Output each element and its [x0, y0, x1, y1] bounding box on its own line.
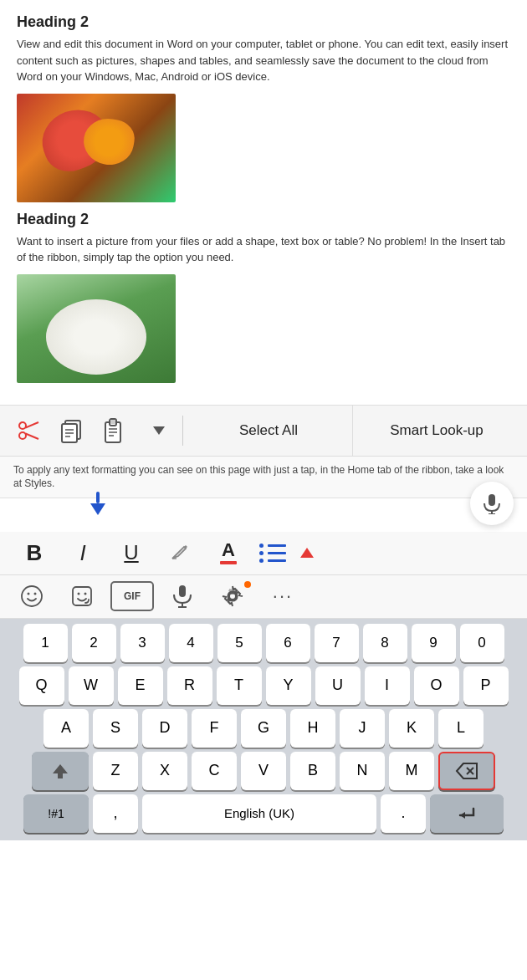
qwerty-row: Q W E R T Y U I O P	[3, 666, 524, 705]
key-e[interactable]: E	[118, 666, 163, 705]
svg-rect-17	[489, 494, 495, 506]
chevron-up-icon	[300, 548, 314, 558]
cut-button[interactable]	[7, 409, 50, 452]
key-b[interactable]: B	[290, 752, 335, 790]
collapse-button[interactable]	[294, 534, 320, 571]
key-x[interactable]: X	[142, 752, 187, 790]
key-0[interactable]: 0	[460, 624, 504, 662]
zxcv-row: Z X C V B N M	[3, 752, 524, 790]
key-y[interactable]: Y	[266, 666, 311, 705]
underline-icon: U	[124, 541, 138, 564]
key-c[interactable]: C	[192, 752, 237, 790]
key-f[interactable]: F	[192, 709, 237, 748]
key-space[interactable]: English (UK)	[142, 794, 376, 833]
document-area: Heading 2 View and edit this document in…	[0, 0, 527, 405]
key-8[interactable]: 8	[363, 624, 407, 662]
key-7[interactable]: 7	[315, 624, 359, 662]
svg-rect-24	[73, 587, 91, 605]
svg-rect-15	[96, 492, 100, 503]
key-5[interactable]: 5	[217, 624, 262, 662]
key-s[interactable]: S	[93, 709, 138, 748]
svg-point-25	[78, 593, 80, 595]
key-return[interactable]	[430, 794, 504, 833]
emoji-button[interactable]	[10, 578, 54, 615]
list-line-3	[259, 559, 286, 563]
key-z[interactable]: Z	[93, 752, 138, 790]
doc-para-2: Want to insert a picture from your files…	[17, 233, 510, 266]
scissors-icon	[17, 419, 40, 442]
key-9[interactable]: 9	[412, 624, 456, 662]
key-d[interactable]: D	[142, 709, 187, 748]
key-4[interactable]: 4	[169, 624, 213, 662]
key-p[interactable]: P	[463, 666, 509, 705]
voice-icon	[171, 584, 193, 608]
svg-line-3	[26, 433, 39, 439]
key-u[interactable]: U	[315, 666, 361, 705]
bold-button[interactable]: B	[10, 534, 59, 571]
drop-cursor	[90, 492, 105, 520]
key-r[interactable]: R	[167, 666, 212, 705]
bold-icon: B	[27, 540, 43, 566]
svg-marker-32	[53, 764, 68, 778]
microphone-icon	[481, 493, 503, 514]
microphone-button[interactable]	[470, 482, 514, 525]
list-line-2	[259, 551, 286, 555]
svg-rect-11	[110, 420, 115, 424]
key-j[interactable]: J	[340, 709, 385, 748]
list-button[interactable]	[253, 534, 294, 571]
doc-heading-1: Heading 2	[17, 13, 510, 31]
key-6[interactable]: 6	[266, 624, 310, 662]
key-m[interactable]: M	[389, 752, 434, 790]
svg-rect-27	[179, 585, 186, 597]
key-k[interactable]: K	[389, 709, 434, 748]
svg-point-26	[84, 593, 87, 595]
key-2[interactable]: 2	[72, 624, 116, 662]
paste-button[interactable]	[94, 409, 137, 452]
key-n[interactable]: N	[340, 752, 385, 790]
key-l[interactable]: L	[438, 709, 484, 748]
gif-button[interactable]: GIF	[110, 581, 154, 611]
svg-point-21	[22, 586, 42, 606]
doc-para-1: View and edit this document in Word on y…	[17, 36, 510, 85]
select-all-button[interactable]: Select All	[185, 405, 353, 457]
settings-button[interactable]	[211, 578, 254, 615]
backspace-icon	[455, 762, 478, 780]
emoji-toolbar: GIF ···	[0, 575, 527, 619]
sticker-button[interactable]	[60, 578, 104, 615]
key-shift[interactable]	[32, 752, 89, 790]
svg-point-22	[28, 593, 30, 595]
key-t[interactable]: T	[217, 666, 262, 705]
more-button[interactable]: ···	[261, 578, 304, 615]
copy-icon	[59, 417, 85, 444]
key-o[interactable]: O	[414, 666, 459, 705]
key-comma[interactable]: ,	[93, 794, 138, 833]
pen-button[interactable]	[156, 534, 204, 571]
voice-button[interactable]	[161, 578, 204, 615]
svg-point-1	[19, 432, 26, 439]
toolbar-divider	[182, 416, 183, 446]
key-i[interactable]: I	[365, 666, 410, 705]
key-3[interactable]: 3	[120, 624, 165, 662]
doc-heading-2: Heading 2	[17, 211, 510, 228]
key-1[interactable]: 1	[23, 624, 68, 662]
key-symbols[interactable]: !#1	[23, 794, 89, 833]
key-g[interactable]: G	[241, 709, 286, 748]
notification-dot	[244, 581, 251, 588]
underline-button[interactable]: U	[107, 534, 156, 571]
bottom-row: !#1 , English (UK) .	[3, 794, 524, 833]
font-color-button[interactable]: A	[204, 534, 253, 571]
context-toolbar: Select All Smart Look-up	[0, 405, 527, 457]
dropdown-button[interactable]	[137, 409, 181, 452]
key-w[interactable]: W	[69, 666, 114, 705]
key-h[interactable]: H	[290, 709, 335, 748]
italic-button[interactable]: I	[59, 534, 107, 571]
key-q[interactable]: Q	[19, 666, 64, 705]
key-a[interactable]: A	[43, 709, 89, 748]
doc-image-1	[17, 94, 176, 202]
key-backspace[interactable]	[438, 752, 495, 790]
smart-lookup-button[interactable]: Smart Look-up	[353, 405, 520, 457]
key-period[interactable]: .	[381, 794, 426, 833]
key-v[interactable]: V	[241, 752, 286, 790]
copy-button[interactable]	[50, 409, 94, 452]
font-color-indicator	[220, 561, 237, 564]
